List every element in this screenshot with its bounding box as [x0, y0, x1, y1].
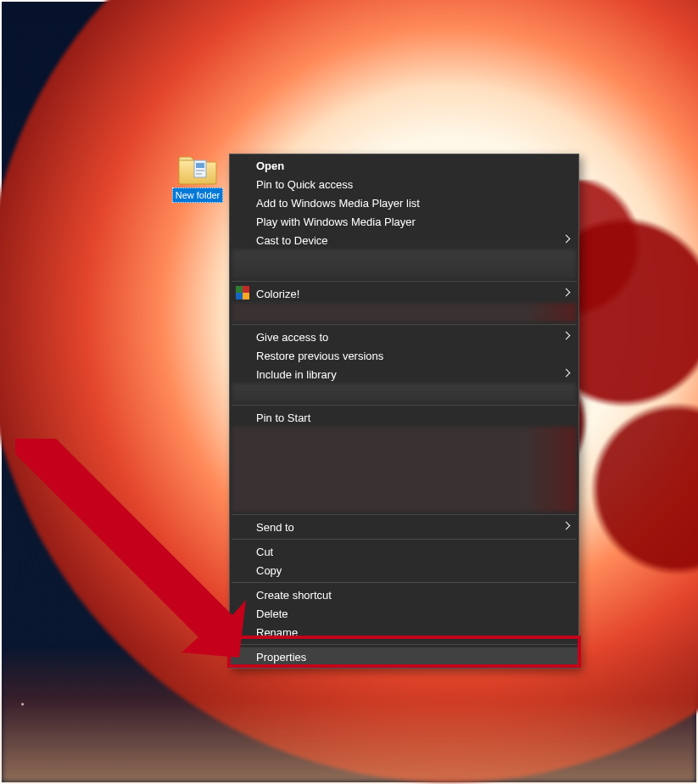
svg-rect-4	[236, 286, 243, 293]
menu-cast-to-device[interactable]: Cast to Device	[231, 231, 578, 249]
menu-separator	[232, 539, 577, 540]
menu-separator	[232, 281, 577, 282]
menu-separator	[232, 644, 577, 645]
menu-create-shortcut[interactable]: Create shortcut	[231, 585, 578, 604]
svg-rect-7	[243, 293, 249, 300]
svg-rect-3	[196, 173, 202, 175]
menu-cast-to-device-label: Cast to Device	[256, 234, 328, 247]
folder-icon	[177, 152, 218, 186]
menu-pin-to-start-label: Pin to Start	[256, 412, 310, 424]
menu-copy[interactable]: Copy	[231, 561, 578, 580]
menu-redacted-block-2	[232, 303, 576, 322]
menu-pin-to-start[interactable]: Pin to Start	[231, 408, 578, 427]
menu-restore-previous[interactable]: Restore previous versions	[231, 346, 578, 365]
menu-separator	[232, 582, 577, 583]
menu-properties[interactable]: Properties	[231, 647, 578, 666]
menu-colorize-label: Colorize!	[256, 288, 299, 300]
svg-rect-1	[196, 163, 204, 168]
menu-open-label: Open	[256, 160, 284, 172]
menu-restore-previous-label: Restore previous versions	[256, 350, 383, 362]
menu-cut-label: Cut	[256, 546, 273, 558]
menu-separator	[232, 514, 577, 515]
menu-delete[interactable]: Delete	[231, 604, 578, 623]
menu-copy-label: Copy	[256, 564, 282, 577]
colorize-icon	[236, 286, 251, 301]
menu-give-access-to[interactable]: Give access to	[231, 328, 578, 346]
menu-pin-quick-access[interactable]: Pin to Quick access	[231, 175, 578, 193]
menu-redacted-block-3	[232, 384, 576, 402]
menu-include-in-library[interactable]: Include in library	[231, 365, 578, 384]
desktop[interactable]: New folder Open Pin to Quick access Add …	[0, 0, 698, 784]
menu-send-to[interactable]: Send to	[231, 518, 578, 536]
svg-rect-6	[236, 293, 243, 300]
menu-delete-label: Delete	[256, 608, 288, 620]
menu-add-wmp-list[interactable]: Add to Windows Media Player list	[231, 193, 578, 212]
menu-pin-quick-access-label: Pin to Quick access	[256, 178, 353, 191]
menu-separator	[232, 405, 577, 406]
menu-redacted-block-1	[232, 249, 576, 278]
menu-rename-label: Rename	[256, 626, 298, 639]
desktop-folder-label[interactable]: New folder	[172, 188, 224, 203]
menu-redacted-block-4	[232, 427, 576, 512]
svg-rect-5	[243, 286, 249, 293]
menu-play-wmp[interactable]: Play with Windows Media Player	[231, 212, 578, 231]
menu-separator	[232, 324, 577, 325]
menu-colorize[interactable]: Colorize!	[231, 284, 578, 303]
context-menu: Open Pin to Quick access Add to Windows …	[229, 154, 579, 669]
menu-cut[interactable]: Cut	[231, 542, 578, 561]
svg-rect-2	[196, 170, 204, 171]
menu-add-wmp-list-label: Add to Windows Media Player list	[256, 197, 420, 210]
menu-include-in-library-label: Include in library	[256, 368, 337, 381]
menu-send-to-label: Send to	[256, 521, 294, 534]
menu-properties-label: Properties	[256, 651, 306, 664]
menu-play-wmp-label: Play with Windows Media Player	[256, 216, 416, 228]
menu-give-access-to-label: Give access to	[256, 331, 328, 344]
menu-open[interactable]: Open	[231, 156, 578, 175]
desktop-folder-icon[interactable]: New folder	[171, 152, 224, 203]
menu-rename[interactable]: Rename	[231, 623, 578, 641]
menu-create-shortcut-label: Create shortcut	[256, 589, 332, 602]
